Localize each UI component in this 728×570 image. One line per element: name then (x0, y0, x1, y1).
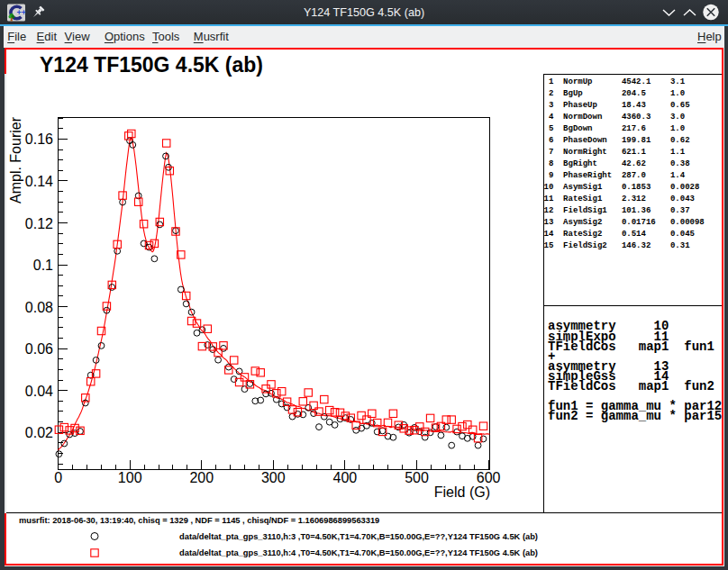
svg-text:Ampl. Fourier: Ampl. Fourier (8, 116, 23, 204)
svg-text:0: 0 (54, 470, 62, 485)
svg-text:5 BgDown 217.6 1.0: 5 BgDown 217.6 1.0 (544, 124, 686, 133)
svg-text:0.14: 0.14 (25, 174, 53, 189)
svg-text:data/deltat_pta_gps_3110,h:4 ,: data/deltat_pta_gps_3110,h:4 ,T0=4.50K,T… (179, 548, 538, 557)
svg-text:15 FieldSig2 146.32 0.31: 15 FieldSig2 146.32 0.31 (544, 241, 691, 250)
svg-text:2 BgUp 204.5 1.0: 2 BgUp 204.5 1.0 (544, 89, 686, 98)
svg-text:TFieldCos map1 fun1: TFieldCos map1 fun1 (548, 339, 714, 354)
svg-text:Field (G): Field (G) (434, 484, 490, 500)
svg-text:musrfit: 2018-06-30, 13:19:40,: musrfit: 2018-06-30, 13:19:40, chisq = 1… (19, 516, 379, 525)
svg-text:7 NormRight 621.1 1.1: 7 NormRight 621.1 1.1 (544, 148, 686, 157)
svg-text:0.02: 0.02 (25, 425, 53, 440)
svg-text:0.16: 0.16 (25, 131, 53, 147)
svg-text:Y124 TF150G 4.5K (ab): Y124 TF150G 4.5K (ab) (40, 53, 263, 77)
svg-text:12 FieldSig1 101.36 0.37: 12 FieldSig1 101.36 0.37 (544, 206, 690, 215)
svg-text:100: 100 (118, 470, 142, 485)
svg-text:0.12: 0.12 (25, 216, 53, 231)
svg-text:11 RateSig1 2.312 0.04: 11 RateSig1 2.312 0.043 (544, 195, 695, 204)
svg-text:600: 600 (477, 470, 501, 485)
svg-text:500: 500 (405, 470, 429, 485)
svg-text:10 AsymSig1 0.1853 0.00: 10 AsymSig1 0.1853 0.0028 (544, 183, 700, 192)
svg-text:200: 200 (189, 470, 214, 485)
svg-text:TFieldCos map1 fun2: TFieldCos map1 fun2 (548, 379, 714, 394)
svg-text:0.06: 0.06 (25, 341, 53, 357)
svg-text:8 BgRight 42.62 0.38: 8 BgRight 42.62 0.38 (544, 159, 690, 168)
svg-text:fun2 = gamma_mu * par15: fun2 = gamma_mu * par15 (548, 409, 722, 423)
svg-text:0.04: 0.04 (25, 384, 53, 399)
svg-text:14 RateSig2 0.514 0.04: 14 RateSig2 0.514 0.045 (544, 230, 695, 239)
svg-text:6 PhaseDown 199.81 0.62: 6 PhaseDown 199.81 0.62 (544, 136, 690, 145)
svg-text:++: ++ (17, 8, 27, 17)
svg-text:4 NormDown 4360.3 3.0: 4 NormDown 4360.3 3.0 (544, 113, 686, 122)
svg-text:3 PhaseUp 18.43 0.65: 3 PhaseUp 18.43 0.65 (544, 101, 690, 110)
svg-text:data/deltat_pta_gps_3110,h:3 ,: data/deltat_pta_gps_3110,h:3 ,T0=4.50K,T… (179, 532, 538, 541)
svg-text:1 NormUp 4542.1 3.1: 1 NormUp 4542.1 3.1 (544, 77, 686, 86)
svg-text:0.08: 0.08 (25, 300, 53, 315)
svg-text:300: 300 (261, 470, 286, 485)
svg-text:400: 400 (333, 470, 358, 485)
svg-text:13 AsymSig2 0.01716 0.00: 13 AsymSig2 0.01716 0.00098 (544, 218, 705, 227)
svg-text:9 PhaseRight 287.0 1.4: 9 PhaseRight 287.0 1.4 (544, 171, 686, 180)
svg-text:0.1: 0.1 (33, 258, 53, 273)
